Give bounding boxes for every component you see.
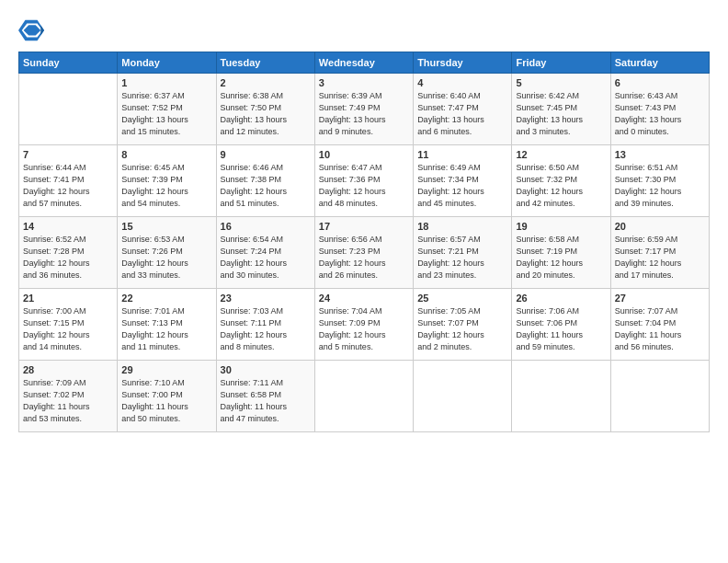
day-number: 8 bbox=[121, 149, 211, 160]
week-row-1: 1Sunrise: 6:37 AM Sunset: 7:52 PM Daylig… bbox=[19, 74, 710, 145]
header-cell-friday: Friday bbox=[512, 52, 610, 74]
day-number: 24 bbox=[319, 293, 409, 304]
header-row: SundayMondayTuesdayWednesdayThursdayFrid… bbox=[19, 52, 710, 74]
day-cell: 3Sunrise: 6:39 AM Sunset: 7:49 PM Daylig… bbox=[314, 74, 413, 145]
day-number: 7 bbox=[23, 149, 113, 160]
calendar-page: SundayMondayTuesdayWednesdayThursdayFrid… bbox=[0, 0, 728, 563]
header-cell-wednesday: Wednesday bbox=[314, 52, 413, 74]
logo bbox=[18, 17, 48, 42]
day-info: Sunrise: 6:43 AM Sunset: 7:43 PM Dayligh… bbox=[615, 90, 705, 138]
day-info: Sunrise: 6:50 AM Sunset: 7:32 PM Dayligh… bbox=[516, 162, 606, 210]
day-number: 2 bbox=[221, 77, 311, 88]
day-number: 21 bbox=[23, 293, 113, 304]
day-number: 22 bbox=[121, 293, 211, 304]
day-info: Sunrise: 7:06 AM Sunset: 7:06 PM Dayligh… bbox=[516, 305, 606, 353]
day-number: 9 bbox=[221, 149, 311, 160]
day-info: Sunrise: 7:07 AM Sunset: 7:04 PM Dayligh… bbox=[615, 305, 705, 353]
week-row-5: 28Sunrise: 7:09 AM Sunset: 7:02 PM Dayli… bbox=[19, 361, 710, 432]
day-cell: 18Sunrise: 6:57 AM Sunset: 7:21 PM Dayli… bbox=[414, 217, 512, 289]
day-number: 28 bbox=[23, 364, 113, 375]
day-info: Sunrise: 7:09 AM Sunset: 7:02 PM Dayligh… bbox=[23, 377, 113, 425]
header-cell-sunday: Sunday bbox=[19, 52, 118, 74]
day-cell: 8Sunrise: 6:45 AM Sunset: 7:39 PM Daylig… bbox=[118, 145, 216, 217]
day-info: Sunrise: 6:37 AM Sunset: 7:52 PM Dayligh… bbox=[121, 90, 211, 138]
day-number: 10 bbox=[319, 149, 409, 160]
day-cell: 6Sunrise: 6:43 AM Sunset: 7:43 PM Daylig… bbox=[610, 74, 709, 145]
header-cell-monday: Monday bbox=[118, 52, 216, 74]
day-info: Sunrise: 6:56 AM Sunset: 7:23 PM Dayligh… bbox=[319, 234, 409, 282]
day-cell: 22Sunrise: 7:01 AM Sunset: 7:13 PM Dayli… bbox=[118, 289, 216, 361]
week-row-2: 7Sunrise: 6:44 AM Sunset: 7:41 PM Daylig… bbox=[19, 145, 710, 217]
day-cell: 30Sunrise: 7:11 AM Sunset: 6:58 PM Dayli… bbox=[216, 361, 314, 432]
day-info: Sunrise: 6:59 AM Sunset: 7:17 PM Dayligh… bbox=[615, 234, 705, 282]
day-number: 30 bbox=[221, 364, 311, 375]
day-cell: 5Sunrise: 6:42 AM Sunset: 7:45 PM Daylig… bbox=[512, 74, 610, 145]
day-cell: 2Sunrise: 6:38 AM Sunset: 7:50 PM Daylig… bbox=[216, 74, 314, 145]
header-cell-saturday: Saturday bbox=[610, 52, 709, 74]
day-cell: 19Sunrise: 6:58 AM Sunset: 7:19 PM Dayli… bbox=[512, 217, 610, 289]
day-cell: 9Sunrise: 6:46 AM Sunset: 7:38 PM Daylig… bbox=[216, 145, 314, 217]
day-number: 16 bbox=[221, 221, 311, 232]
day-cell bbox=[19, 74, 118, 145]
day-number: 17 bbox=[319, 221, 409, 232]
day-info: Sunrise: 7:11 AM Sunset: 6:58 PM Dayligh… bbox=[221, 377, 311, 425]
day-cell: 25Sunrise: 7:05 AM Sunset: 7:07 PM Dayli… bbox=[414, 289, 512, 361]
day-info: Sunrise: 6:40 AM Sunset: 7:47 PM Dayligh… bbox=[417, 90, 507, 138]
day-cell: 24Sunrise: 7:04 AM Sunset: 7:09 PM Dayli… bbox=[314, 289, 413, 361]
page-header bbox=[18, 17, 710, 42]
header-cell-thursday: Thursday bbox=[414, 52, 512, 74]
day-cell bbox=[610, 361, 709, 432]
day-number: 19 bbox=[516, 221, 606, 232]
day-info: Sunrise: 6:49 AM Sunset: 7:34 PM Dayligh… bbox=[417, 162, 507, 210]
day-cell bbox=[512, 361, 610, 432]
day-info: Sunrise: 7:10 AM Sunset: 7:00 PM Dayligh… bbox=[121, 377, 211, 425]
day-info: Sunrise: 6:53 AM Sunset: 7:26 PM Dayligh… bbox=[121, 234, 211, 282]
day-cell: 7Sunrise: 6:44 AM Sunset: 7:41 PM Daylig… bbox=[19, 145, 118, 217]
day-number: 15 bbox=[121, 221, 211, 232]
day-number: 29 bbox=[121, 364, 211, 375]
calendar-table: SundayMondayTuesdayWednesdayThursdayFrid… bbox=[18, 52, 710, 432]
day-cell bbox=[414, 361, 512, 432]
day-cell: 23Sunrise: 7:03 AM Sunset: 7:11 PM Dayli… bbox=[216, 289, 314, 361]
day-number: 13 bbox=[615, 149, 705, 160]
day-info: Sunrise: 6:39 AM Sunset: 7:49 PM Dayligh… bbox=[319, 90, 409, 138]
day-cell: 13Sunrise: 6:51 AM Sunset: 7:30 PM Dayli… bbox=[610, 145, 709, 217]
day-number: 1 bbox=[121, 77, 211, 88]
day-cell: 21Sunrise: 7:00 AM Sunset: 7:15 PM Dayli… bbox=[19, 289, 118, 361]
day-info: Sunrise: 6:54 AM Sunset: 7:24 PM Dayligh… bbox=[221, 234, 311, 282]
day-cell: 14Sunrise: 6:52 AM Sunset: 7:28 PM Dayli… bbox=[19, 217, 118, 289]
day-number: 11 bbox=[417, 149, 507, 160]
day-info: Sunrise: 6:47 AM Sunset: 7:36 PM Dayligh… bbox=[319, 162, 409, 210]
day-number: 27 bbox=[615, 293, 705, 304]
week-row-3: 14Sunrise: 6:52 AM Sunset: 7:28 PM Dayli… bbox=[19, 217, 710, 289]
day-info: Sunrise: 7:05 AM Sunset: 7:07 PM Dayligh… bbox=[417, 305, 507, 353]
calendar-body: 1Sunrise: 6:37 AM Sunset: 7:52 PM Daylig… bbox=[19, 74, 710, 432]
day-number: 4 bbox=[417, 77, 507, 88]
day-info: Sunrise: 6:51 AM Sunset: 7:30 PM Dayligh… bbox=[615, 162, 705, 210]
day-number: 18 bbox=[417, 221, 507, 232]
day-number: 3 bbox=[319, 77, 409, 88]
day-cell: 4Sunrise: 6:40 AM Sunset: 7:47 PM Daylig… bbox=[414, 74, 512, 145]
day-cell bbox=[314, 361, 413, 432]
day-info: Sunrise: 6:58 AM Sunset: 7:19 PM Dayligh… bbox=[516, 234, 606, 282]
day-number: 5 bbox=[516, 77, 606, 88]
day-info: Sunrise: 6:45 AM Sunset: 7:39 PM Dayligh… bbox=[121, 162, 211, 210]
header-cell-tuesday: Tuesday bbox=[216, 52, 314, 74]
day-cell: 10Sunrise: 6:47 AM Sunset: 7:36 PM Dayli… bbox=[314, 145, 413, 217]
day-cell: 20Sunrise: 6:59 AM Sunset: 7:17 PM Dayli… bbox=[610, 217, 709, 289]
day-cell: 26Sunrise: 7:06 AM Sunset: 7:06 PM Dayli… bbox=[512, 289, 610, 361]
day-number: 12 bbox=[516, 149, 606, 160]
day-number: 26 bbox=[516, 293, 606, 304]
calendar-header: SundayMondayTuesdayWednesdayThursdayFrid… bbox=[19, 52, 710, 74]
day-cell: 11Sunrise: 6:49 AM Sunset: 7:34 PM Dayli… bbox=[414, 145, 512, 217]
day-info: Sunrise: 6:44 AM Sunset: 7:41 PM Dayligh… bbox=[23, 162, 113, 210]
day-info: Sunrise: 6:52 AM Sunset: 7:28 PM Dayligh… bbox=[23, 234, 113, 282]
day-number: 23 bbox=[221, 293, 311, 304]
day-number: 25 bbox=[417, 293, 507, 304]
day-cell: 17Sunrise: 6:56 AM Sunset: 7:23 PM Dayli… bbox=[314, 217, 413, 289]
day-cell: 27Sunrise: 7:07 AM Sunset: 7:04 PM Dayli… bbox=[610, 289, 709, 361]
day-info: Sunrise: 7:01 AM Sunset: 7:13 PM Dayligh… bbox=[121, 305, 211, 353]
day-number: 6 bbox=[615, 77, 705, 88]
day-cell: 1Sunrise: 6:37 AM Sunset: 7:52 PM Daylig… bbox=[118, 74, 216, 145]
svg-marker-3 bbox=[40, 25, 44, 35]
